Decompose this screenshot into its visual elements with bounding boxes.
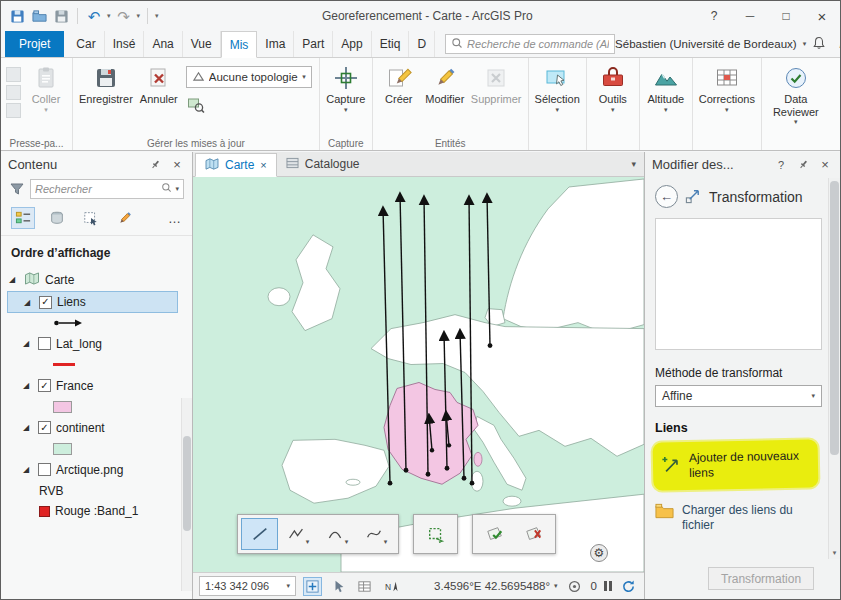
layer-arctique[interactable]: ◢ Arctique.png	[7, 458, 178, 481]
layer-continent-checkbox[interactable]: ✓	[38, 421, 51, 434]
tab-editing[interactable]	[113, 207, 137, 229]
cancel-sketch-button[interactable]	[515, 518, 552, 550]
expander-icon[interactable]: ◢	[23, 339, 33, 348]
notifications-bell-icon[interactable]	[812, 36, 826, 52]
save-edits-button[interactable]: Enregistrer	[76, 61, 136, 133]
map-canvas[interactable]: ▾ ▾ ▾	[193, 177, 644, 572]
copy-path-icon[interactable]	[6, 103, 21, 118]
contents-search-box[interactable]: ▾	[30, 179, 184, 199]
help-button[interactable]: ?	[696, 1, 732, 31]
selection-count-icon[interactable]	[565, 577, 584, 596]
hidden-views-dropdown[interactable]: ▾	[623, 159, 644, 169]
tab-selection[interactable]	[79, 207, 103, 229]
expander-icon[interactable]: ◢	[23, 423, 33, 432]
select-tool-icon[interactable]	[329, 577, 348, 596]
expander-icon[interactable]: ◢	[9, 275, 19, 284]
open-project-icon[interactable]	[30, 7, 48, 25]
contents-scrollbar[interactable]	[181, 398, 192, 591]
expander-icon[interactable]: ◢	[23, 465, 33, 474]
expander-icon[interactable]: ◢	[23, 381, 33, 390]
tab-drawing-order[interactable]	[11, 207, 35, 229]
snapping-toggle-icon[interactable]	[303, 577, 322, 596]
tab-projet[interactable]: Projet	[5, 31, 64, 57]
capture-button[interactable]: Capture ▾	[323, 61, 369, 133]
pane-close-icon[interactable]: ×	[817, 157, 833, 173]
paste-button[interactable]: Coller ▾	[23, 61, 69, 133]
coordinates-readout[interactable]: 3.4596°E 42.5695488° ▾	[434, 580, 558, 592]
layer-continent[interactable]: ◢ ✓ continent	[7, 416, 178, 439]
layer-map[interactable]: ◢ Carte	[7, 268, 178, 291]
pane-help-icon[interactable]: ?	[773, 157, 789, 173]
sketch-options-gear-icon[interactable]: ⚙	[590, 544, 608, 562]
command-search-input[interactable]	[467, 38, 609, 50]
command-search[interactable]	[445, 34, 615, 54]
layer-france-checkbox[interactable]: ✓	[38, 379, 51, 392]
redo-icon[interactable]: ↷	[115, 7, 133, 25]
contents-more-icon[interactable]: …	[168, 211, 182, 226]
tools-button[interactable]: Outils ▾	[590, 61, 636, 133]
refresh-icon[interactable]	[619, 577, 638, 596]
load-links-button[interactable]: Charger des liens du fichier	[653, 501, 824, 535]
layer-liens-checkbox[interactable]: ✓	[39, 296, 52, 309]
curve-tool[interactable]: ▾	[358, 518, 395, 550]
north-arrow-icon[interactable]: N	[381, 577, 400, 596]
polyline-tool[interactable]: ▾	[280, 518, 317, 550]
view-tab-carte[interactable]: Carte ×	[195, 153, 277, 177]
pin-icon[interactable]	[147, 157, 163, 173]
elevation-button[interactable]: Altitude ▾	[643, 61, 689, 133]
arctique-band-rouge[interactable]: Rouge :Band_1	[7, 501, 178, 521]
arc-tool[interactable]: ▾	[319, 518, 356, 550]
tab-vue[interactable]: Vue	[183, 31, 221, 57]
add-links-button[interactable]: Ajouter de nouveaux liens	[689, 448, 811, 481]
undo-dropdown-arrow[interactable]: ▾	[107, 12, 111, 20]
tab-inserer[interactable]: Insé	[105, 31, 145, 57]
collapse-ribbon-icon[interactable]: ∧	[832, 39, 841, 50]
close-button[interactable]: ×	[804, 1, 840, 31]
pause-drawing-icon[interactable]	[604, 581, 612, 591]
map-topology-button[interactable]	[186, 95, 206, 115]
scale-combo[interactable]: 1:43 342 096 ▾	[199, 576, 296, 596]
layer-lat-long-checkbox[interactable]	[38, 337, 51, 350]
create-features-button[interactable]: Créer	[376, 61, 422, 133]
attribute-table-icon[interactable]	[355, 577, 374, 596]
save-project-icon[interactable]	[8, 7, 26, 25]
layer-liens[interactable]: ◢ ✓ Liens	[7, 291, 178, 313]
layer-france[interactable]: ◢ ✓ France	[7, 374, 178, 397]
redo-dropdown-arrow[interactable]: ▾	[137, 12, 141, 20]
corrections-button[interactable]: Corrections ▾	[696, 61, 758, 133]
user-account[interactable]: Sébastien (Université de Bordeaux) ▾ ∧	[615, 31, 841, 57]
delete-features-button[interactable]: Supprimer	[468, 61, 525, 133]
copy-icon[interactable]	[6, 85, 21, 100]
line-segment-tool[interactable]	[241, 518, 278, 550]
undo-icon[interactable]: ↶	[85, 7, 103, 25]
data-reviewer-button[interactable]: Data Reviewer ▾	[765, 61, 827, 133]
modify-pane-scrollbar[interactable]: ▾	[828, 178, 840, 559]
topology-combo[interactable]: Aucune topologie ▾	[186, 66, 312, 88]
tab-data-source[interactable]	[45, 207, 69, 229]
maximize-button[interactable]: □	[768, 1, 804, 31]
tab-analyse[interactable]: Ana	[144, 31, 182, 57]
filter-funnel-icon[interactable]	[9, 181, 26, 198]
view-tab-catalogue[interactable]: Catalogue	[277, 152, 369, 176]
close-view-icon[interactable]: ×	[260, 159, 266, 171]
layer-lat-long[interactable]: ◢ Lat_long	[7, 332, 178, 355]
finish-sketch-button[interactable]	[476, 518, 513, 550]
tab-mise-a-jour[interactable]: Mis	[221, 31, 258, 58]
tab-donnees[interactable]: D	[409, 31, 435, 57]
cut-icon[interactable]	[6, 67, 21, 82]
tab-apparence[interactable]: App	[333, 31, 371, 57]
contents-search-input[interactable]	[35, 183, 158, 195]
minimize-button[interactable]: ─	[732, 1, 768, 31]
tab-imagerie[interactable]: Ima	[257, 31, 294, 57]
back-button[interactable]: ←	[655, 185, 678, 208]
discard-edits-button[interactable]: Annuler	[136, 61, 182, 133]
transform-apply-button[interactable]: Transformation	[708, 567, 814, 590]
close-pane-icon[interactable]: ×	[169, 157, 185, 173]
layer-arctique-checkbox[interactable]	[38, 463, 51, 476]
modify-pane-scrollbar-thumb[interactable]	[830, 181, 839, 455]
contents-search-dropdown[interactable]: ▾	[175, 185, 179, 193]
trace-tool[interactable]	[417, 518, 454, 550]
contents-scrollbar-thumb[interactable]	[183, 436, 191, 531]
selection-button[interactable]: Sélection ▾	[532, 61, 583, 133]
method-combo[interactable]: Affine ▾	[655, 385, 822, 407]
